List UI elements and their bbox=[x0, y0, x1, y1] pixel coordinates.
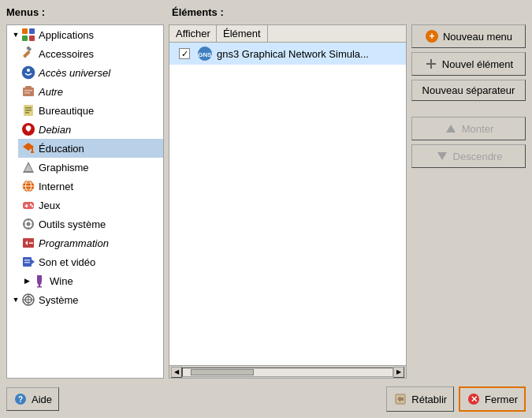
svg-text:?: ? bbox=[18, 395, 23, 404]
acces-universel-icon bbox=[21, 65, 35, 80]
nouvel-element-button[interactable]: Nouvel élément bbox=[411, 52, 526, 76]
outils-systeme-label: Outils système bbox=[39, 218, 106, 230]
svg-rect-18 bbox=[32, 147, 33, 152]
nouveau-menu-icon: + bbox=[425, 29, 439, 43]
elements-label: Éléments : bbox=[172, 6, 526, 20]
tree-item-outils-systeme[interactable]: Outils système bbox=[18, 215, 163, 233]
bottom-right: Rétablir ✕ Fermer bbox=[386, 386, 526, 412]
wine-icon bbox=[32, 274, 47, 288]
svg-rect-45 bbox=[37, 286, 42, 288]
tree-item-applications[interactable]: ▼ Applications bbox=[7, 25, 163, 44]
monter-button[interactable]: Monter bbox=[411, 117, 526, 140]
tree-item-systeme[interactable]: ▼ Système bbox=[7, 290, 163, 309]
aide-button[interactable]: ? Aide bbox=[6, 387, 59, 411]
svg-marker-57 bbox=[437, 152, 447, 160]
tree-item-programmation[interactable]: Programmation bbox=[18, 233, 163, 252]
bottom-left: ? Aide bbox=[6, 387, 59, 411]
svg-rect-34 bbox=[28, 218, 29, 221]
svg-text:+: + bbox=[429, 31, 434, 42]
applications-label: Applications bbox=[39, 29, 94, 41]
retablir-icon bbox=[393, 392, 407, 406]
expand-systeme[interactable]: ▼ bbox=[10, 294, 21, 305]
nouvel-element-icon bbox=[424, 57, 438, 71]
accessoires-label: Accessoires bbox=[39, 48, 94, 60]
top-labels: Menus : Éléments : bbox=[6, 6, 526, 20]
tree-item-education[interactable]: Éducation bbox=[18, 139, 163, 158]
tree-item-graphisme[interactable]: Graphisme bbox=[18, 158, 163, 177]
svg-point-33 bbox=[27, 222, 31, 226]
jeux-label: Jeux bbox=[39, 200, 60, 211]
svg-rect-0 bbox=[22, 28, 28, 34]
element-checkbox[interactable]: ✓ bbox=[173, 48, 196, 59]
wine-label: Wine bbox=[50, 275, 73, 287]
expand-applications[interactable]: ▼ bbox=[10, 29, 21, 40]
tree-item-wine[interactable]: ▶ Wine bbox=[18, 271, 163, 290]
education-icon bbox=[21, 141, 35, 155]
accessoires-icon bbox=[21, 47, 35, 61]
h-scrollbar-thumb[interactable] bbox=[191, 369, 254, 375]
graphisme-icon bbox=[21, 160, 35, 174]
menu-tree: ▼ Applications bbox=[7, 25, 163, 309]
svg-rect-36 bbox=[23, 223, 25, 225]
svg-text:✕: ✕ bbox=[471, 394, 478, 404]
acces-universel-label: Accès universel bbox=[39, 67, 110, 79]
spacer bbox=[411, 105, 526, 113]
systeme-label: Système bbox=[39, 294, 79, 306]
jeux-icon bbox=[21, 198, 35, 212]
debian-icon bbox=[21, 122, 35, 136]
son-video-label: Son et vidéo bbox=[39, 256, 95, 268]
svg-rect-2 bbox=[22, 35, 28, 41]
outils-systeme-icon bbox=[21, 217, 35, 231]
fermer-label: Fermer bbox=[485, 394, 518, 405]
fermer-button[interactable]: ✕ Fermer bbox=[459, 386, 526, 412]
tree-item-acces-universel[interactable]: Accès universel bbox=[18, 63, 163, 82]
svg-rect-3 bbox=[29, 35, 35, 41]
scroll-left-arrow[interactable]: ◀ bbox=[171, 367, 182, 378]
svg-rect-4 bbox=[23, 50, 31, 58]
svg-rect-13 bbox=[25, 107, 32, 109]
programmation-icon bbox=[21, 236, 35, 250]
element-row[interactable]: ✓ GNS gns3 Graphical Network Simula... bbox=[169, 43, 406, 65]
svg-text:GNS: GNS bbox=[198, 51, 212, 58]
svg-rect-1 bbox=[29, 28, 35, 34]
svg-rect-43 bbox=[24, 262, 30, 263]
svg-rect-15 bbox=[25, 112, 29, 114]
svg-rect-9 bbox=[25, 86, 32, 89]
tree-item-autre[interactable]: Autre bbox=[18, 82, 163, 101]
tree-item-jeux[interactable]: Jeux bbox=[18, 196, 163, 215]
debian-label: Debian bbox=[39, 124, 71, 136]
svg-point-7 bbox=[27, 69, 30, 72]
svg-point-31 bbox=[32, 205, 33, 207]
expand-wine[interactable]: ▶ bbox=[21, 275, 32, 286]
elements-header: Afficher Élément bbox=[169, 25, 406, 43]
autre-label: Autre bbox=[39, 86, 63, 98]
aide-icon: ? bbox=[13, 392, 28, 406]
elements-section: Afficher Élément ✓ GNS bbox=[169, 24, 407, 379]
element-label: gns3 Graphical Network Simula... bbox=[217, 48, 369, 60]
menus-panel[interactable]: ▼ Applications bbox=[6, 24, 164, 379]
bureautique-icon bbox=[21, 103, 35, 118]
descendre-button[interactable]: Descendre bbox=[411, 144, 526, 168]
tree-item-debian[interactable]: Debian bbox=[18, 120, 163, 139]
svg-rect-5 bbox=[26, 47, 32, 51]
svg-rect-37 bbox=[32, 223, 34, 225]
aide-label: Aide bbox=[32, 394, 52, 405]
descendre-label: Descendre bbox=[453, 151, 503, 162]
checkbox-checked[interactable]: ✓ bbox=[179, 48, 190, 59]
tree-item-son-video[interactable]: Son et vidéo bbox=[18, 252, 163, 271]
retablir-button[interactable]: Rétablir bbox=[386, 386, 454, 412]
monter-label: Monter bbox=[462, 123, 493, 135]
h-scrollbar[interactable]: ◀ ▶ bbox=[169, 365, 406, 378]
scroll-right-arrow[interactable]: ▶ bbox=[393, 367, 404, 378]
svg-rect-19 bbox=[31, 151, 34, 153]
h-scrollbar-track[interactable] bbox=[182, 368, 393, 377]
tree-item-internet[interactable]: Internet bbox=[18, 177, 163, 196]
col-element: Élément bbox=[217, 25, 268, 42]
nouveau-menu-button[interactable]: + Nouveau menu bbox=[411, 24, 526, 48]
right-buttons: + Nouveau menu Nouvel élément Nouveau sé… bbox=[411, 24, 526, 379]
tree-item-bureautique[interactable]: Bureautique bbox=[18, 101, 163, 120]
retablir-label: Rétablir bbox=[411, 394, 447, 405]
elements-body[interactable]: ✓ GNS gns3 Graphical Network Simula... bbox=[169, 43, 406, 365]
tree-item-accessoires[interactable]: Accessoires bbox=[18, 44, 163, 63]
nouveau-separateur-button[interactable]: Nouveau séparateur bbox=[411, 80, 526, 101]
